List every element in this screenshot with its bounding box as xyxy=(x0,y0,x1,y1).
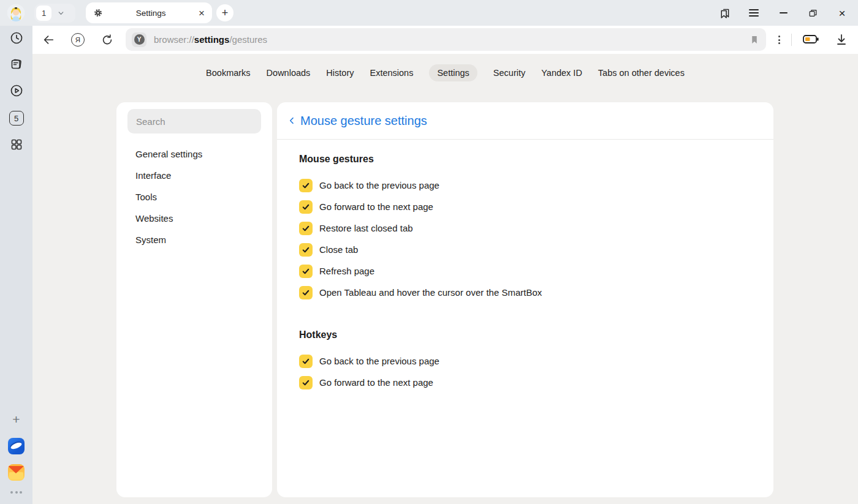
nav-tab-yandex-id[interactable]: Yandex ID xyxy=(541,64,582,81)
checkbox-checked[interactable] xyxy=(299,200,313,214)
settings-page: Bookmarks Downloads History Extensions S… xyxy=(32,54,858,504)
bookmarks-panel-button[interactable] xyxy=(710,0,739,26)
bookmarks-panel-icon xyxy=(718,7,731,20)
page-title[interactable]: Mouse gesture settings xyxy=(300,114,427,128)
browser-toolbar: Я Y browser://settings/gestures xyxy=(32,26,858,54)
yandex-letter-icon: Я xyxy=(71,33,85,47)
video-button[interactable] xyxy=(0,80,32,102)
window-controls: × xyxy=(710,0,857,26)
check-icon xyxy=(302,181,310,190)
back-button[interactable] xyxy=(41,32,56,47)
checkbox-checked[interactable] xyxy=(299,355,313,368)
feed-button[interactable] xyxy=(0,53,32,75)
checkbox-label: Go back to the previous page xyxy=(319,180,439,190)
gesture-settings-header: Mouse gesture settings xyxy=(277,102,773,140)
gesture-row-go-forward: Go forward to the next page xyxy=(299,196,773,217)
browser-app-shortcut[interactable] xyxy=(0,435,32,457)
tab-settings[interactable]: Settings × xyxy=(86,2,212,23)
nav-tab-other-devices[interactable]: Tabs on other devices xyxy=(598,64,685,81)
nav-tab-extensions[interactable]: Extensions xyxy=(370,64,413,81)
avatar-illustration xyxy=(7,4,25,21)
search-box[interactable] xyxy=(127,109,261,134)
url-text: browser://settings/gestures xyxy=(154,34,267,45)
checkbox-checked[interactable] xyxy=(299,222,313,235)
check-icon xyxy=(302,224,310,233)
restore-button[interactable] xyxy=(798,0,827,26)
checkbox-checked[interactable] xyxy=(299,243,313,257)
new-tab-button[interactable]: + xyxy=(216,4,233,21)
tab-count-value: 1 xyxy=(36,6,51,21)
mouse-gestures-list: Go back to the previous page Go forward … xyxy=(299,175,773,303)
feed-icon xyxy=(9,57,24,72)
check-icon xyxy=(302,267,310,276)
sidebar-item-general-settings[interactable]: General settings xyxy=(116,143,272,165)
sidebar-item-websites[interactable]: Websites xyxy=(116,208,272,229)
address-bar[interactable]: Y browser://settings/gestures xyxy=(126,28,766,51)
minimize-button[interactable] xyxy=(769,0,798,26)
checkbox-checked[interactable] xyxy=(299,376,313,389)
download-icon xyxy=(834,32,849,47)
nav-tab-settings[interactable]: Settings xyxy=(429,64,477,81)
bookmark-icon[interactable] xyxy=(749,34,760,45)
sidebar-item-interface[interactable]: Interface xyxy=(116,165,272,186)
add-shortcut-button[interactable]: + xyxy=(0,408,32,431)
nav-tab-security[interactable]: Security xyxy=(493,64,525,81)
battery-saver-button[interactable] xyxy=(802,32,821,49)
check-icon xyxy=(302,378,310,387)
refresh-icon xyxy=(101,33,114,47)
settings-category-list: General settings Interface Tools Website… xyxy=(116,143,272,250)
gear-icon xyxy=(93,8,103,18)
gesture-row-open-tableau: Open Tableau and hover the cursor over t… xyxy=(299,282,773,303)
tab-counter[interactable]: 1 xyxy=(34,4,75,23)
checkbox-label: Close tab xyxy=(319,244,358,255)
nav-tab-downloads[interactable]: Downloads xyxy=(267,64,311,81)
checkbox-label: Refresh page xyxy=(319,266,374,276)
chevron-left-icon xyxy=(287,115,297,126)
url-host: settings xyxy=(194,34,230,45)
browser-app-icon xyxy=(8,438,25,454)
checkbox-checked[interactable] xyxy=(299,179,313,192)
yandex-home-button[interactable]: Я xyxy=(70,32,85,47)
check-icon xyxy=(302,288,310,297)
address-bar-menu-button[interactable] xyxy=(772,32,786,47)
downloads-button[interactable] xyxy=(834,32,849,47)
all-tabs-button[interactable]: 5 xyxy=(0,107,32,129)
clock-icon xyxy=(9,31,24,45)
tab-count-badge: 5 xyxy=(9,111,24,126)
checkbox-label: Open Tableau and hover the cursor over t… xyxy=(319,287,542,298)
gesture-row-close-tab: Close tab xyxy=(299,239,773,260)
section-heading-mouse-gestures: Mouse gestures xyxy=(299,152,773,167)
hotkey-row-go-back: Go back to the previous page xyxy=(299,350,773,372)
mail-app-shortcut[interactable] xyxy=(0,461,32,483)
refresh-button[interactable] xyxy=(100,32,115,47)
side-rail: 5 + xyxy=(0,26,32,504)
plus-icon: + xyxy=(12,412,20,427)
checkbox-label: Restore last closed tab xyxy=(319,223,413,233)
check-icon xyxy=(302,203,310,211)
yandex-logo-icon: Y xyxy=(134,34,145,45)
settings-nav: Bookmarks Downloads History Extensions S… xyxy=(32,64,858,81)
back-to-settings-button[interactable] xyxy=(287,115,297,126)
checkbox-checked[interactable] xyxy=(299,265,313,278)
browser-menu-button[interactable] xyxy=(739,0,769,26)
restore-icon xyxy=(808,8,818,18)
nav-tab-history[interactable]: History xyxy=(326,64,354,81)
url-path: /gestures xyxy=(229,34,267,45)
sidebar-item-tools[interactable]: Tools xyxy=(116,186,272,208)
close-window-button[interactable]: × xyxy=(827,0,857,26)
back-arrow-icon xyxy=(42,33,55,47)
search-input[interactable] xyxy=(127,116,261,127)
url-scheme: browser:// xyxy=(154,34,194,45)
services-button[interactable] xyxy=(0,134,32,156)
nav-tab-bookmarks[interactable]: Bookmarks xyxy=(206,64,251,81)
settings-sidebar-panel: General settings Interface Tools Website… xyxy=(116,102,272,497)
checkbox-checked[interactable] xyxy=(299,286,313,299)
history-button[interactable] xyxy=(0,27,32,49)
tab-title: Settings xyxy=(103,9,199,18)
sidebar-item-system[interactable]: System xyxy=(116,229,272,250)
rail-more-button[interactable] xyxy=(0,481,32,503)
toolbar-divider xyxy=(791,34,792,46)
tab-close-icon[interactable]: × xyxy=(199,8,205,18)
profile-avatar[interactable] xyxy=(7,4,25,21)
apps-grid-icon xyxy=(9,137,24,152)
